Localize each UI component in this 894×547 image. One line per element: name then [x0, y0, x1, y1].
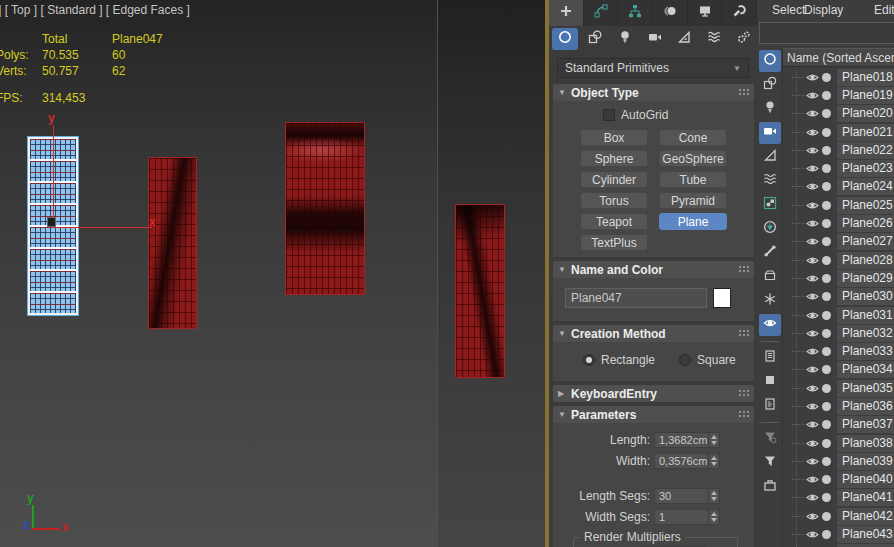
spinner-up-icon[interactable]	[711, 435, 717, 439]
button-sphere[interactable]: Sphere	[580, 150, 648, 167]
toggle-workspace-case[interactable]	[759, 476, 781, 498]
spinner-up-icon[interactable]	[711, 491, 717, 495]
list-item-plane037[interactable]: Plane037	[783, 416, 894, 434]
spinner-arrows[interactable]	[708, 510, 719, 524]
param-width-field[interactable]: 0,3576cm	[654, 453, 720, 469]
list-item-plane039[interactable]: Plane039	[783, 452, 894, 470]
toggle-display-containers[interactable]	[759, 266, 781, 288]
visibility-eye-icon[interactable]	[806, 90, 819, 101]
scene-plane-red-3[interactable]	[455, 204, 505, 378]
visibility-eye-icon[interactable]	[806, 273, 819, 284]
visibility-eye-icon[interactable]	[806, 127, 819, 138]
category-systems[interactable]	[731, 28, 757, 50]
tab-create[interactable]	[549, 0, 584, 26]
visibility-eye-icon[interactable]	[806, 310, 819, 321]
param-width-segs-field[interactable]: 1	[654, 509, 720, 525]
category-cameras[interactable]	[642, 28, 668, 50]
button-plane[interactable]: Plane	[659, 213, 727, 230]
visibility-eye-icon[interactable]	[806, 529, 819, 540]
toggle-display-notes[interactable]	[759, 395, 781, 417]
button-tube[interactable]: Tube	[659, 171, 727, 188]
tab-utilities[interactable]	[722, 0, 757, 26]
list-item-plane041[interactable]: Plane041	[783, 489, 894, 507]
scene-plane-red-1[interactable]	[148, 157, 197, 329]
menu-display[interactable]: Display	[804, 3, 843, 17]
spinner-down-icon[interactable]	[711, 518, 717, 522]
visibility-eye-icon[interactable]	[806, 456, 819, 467]
visibility-eye-icon[interactable]	[806, 291, 819, 302]
list-item-plane036[interactable]: Plane036	[783, 397, 894, 415]
visibility-eye-icon[interactable]	[806, 328, 819, 339]
visibility-eye-icon[interactable]	[806, 364, 819, 375]
list-item-plane027[interactable]: Plane027	[783, 233, 894, 251]
rollout-creation-method-header[interactable]: ▼ Creation Method	[553, 325, 754, 342]
explorer-search-input[interactable]	[759, 22, 894, 44]
toggle-display-xrefs[interactable]	[759, 218, 781, 240]
rollout-grip-icon[interactable]	[738, 389, 749, 398]
rollout-grip-icon[interactable]	[738, 265, 749, 274]
list-item-plane031[interactable]: Plane031	[783, 306, 894, 324]
rollout-grip-icon[interactable]	[738, 329, 749, 338]
list-item-plane034[interactable]: Plane034	[783, 361, 894, 379]
spinner-arrows[interactable]	[708, 489, 719, 503]
explorer-name-column-header[interactable]: Name (Sorted Ascending)	[783, 48, 894, 67]
list-item-plane043[interactable]: Plane043	[783, 525, 894, 543]
visibility-eye-icon[interactable]	[806, 438, 819, 449]
gizmo-x-axis[interactable]	[53, 227, 152, 228]
menu-select[interactable]: Select	[772, 3, 805, 17]
rollout-grip-icon[interactable]	[738, 88, 749, 97]
gizmo-pivot-handle[interactable]	[47, 217, 56, 227]
visibility-eye-icon[interactable]	[806, 163, 819, 174]
list-item-plane019[interactable]: Plane019	[783, 86, 894, 104]
visibility-eye-icon[interactable]	[806, 200, 819, 211]
list-item-plane038[interactable]: Plane038	[783, 434, 894, 452]
spinner-down-icon[interactable]	[711, 462, 717, 466]
visibility-eye-icon[interactable]	[806, 181, 819, 192]
rollout-name-color-header[interactable]: ▼ Name and Color	[553, 261, 754, 278]
list-item-plane018[interactable]: Plane018	[783, 68, 894, 86]
toggle-display-bones[interactable]	[759, 242, 781, 264]
tab-hierarchy[interactable]	[618, 0, 653, 26]
button-pyramid[interactable]: Pyramid	[659, 192, 727, 209]
viewport-label[interactable]: -] [ Top ] [ Standard ] [ Edged Faces ]	[0, 3, 190, 17]
list-item-plane021[interactable]: Plane021	[783, 123, 894, 141]
visibility-eye-icon[interactable]	[806, 419, 819, 430]
visibility-eye-icon[interactable]	[806, 492, 819, 503]
list-item-plane025[interactable]: Plane025	[783, 196, 894, 214]
viewport-top[interactable]: -] [ Top ] [ Standard ] [ Edged Faces ] …	[0, 0, 545, 547]
subcategory-dropdown[interactable]: Standard Primitives ▼	[557, 58, 749, 78]
tab-motion[interactable]	[653, 0, 688, 26]
radio-rectangle[interactable]	[583, 354, 595, 366]
visibility-eye-icon[interactable]	[806, 383, 819, 394]
category-helpers[interactable]	[671, 28, 697, 50]
spinner-down-icon[interactable]	[711, 497, 717, 501]
visibility-eye-icon[interactable]	[806, 72, 819, 83]
radio-square[interactable]	[679, 354, 691, 366]
list-item-plane042[interactable]: Plane042	[783, 507, 894, 525]
list-item-plane023[interactable]: Plane023	[783, 159, 894, 177]
object-name-input[interactable]	[565, 288, 707, 308]
list-item-plane020[interactable]: Plane020	[783, 105, 894, 123]
tab-display[interactable]	[688, 0, 723, 26]
toggle-display-materials[interactable]	[759, 347, 781, 369]
category-geometry[interactable]	[552, 28, 578, 50]
toggle-filter[interactable]	[759, 452, 781, 474]
autogrid-checkbox[interactable]	[603, 109, 615, 121]
list-item-plane040[interactable]: Plane040	[783, 471, 894, 489]
menu-edit[interactable]: Edit	[874, 3, 894, 17]
toggle-display-cameras[interactable]	[759, 122, 781, 144]
list-item-plane024[interactable]: Plane024	[783, 178, 894, 196]
button-cone[interactable]: Cone	[659, 129, 727, 146]
toggle-display-helpers[interactable]	[759, 146, 781, 168]
visibility-eye-icon[interactable]	[806, 255, 819, 266]
list-item-plane029[interactable]: Plane029	[783, 269, 894, 287]
toggle-display-geometry[interactable]	[759, 50, 781, 72]
param-length-field[interactable]: 1,3682cm	[654, 432, 720, 448]
spinner-arrows[interactable]	[708, 433, 719, 447]
toggle-filter-settings[interactable]	[759, 428, 781, 450]
rollout-object-type-header[interactable]: ▼ Object Type	[553, 84, 754, 101]
toggle-display-groups[interactable]	[759, 194, 781, 216]
visibility-eye-icon[interactable]	[806, 346, 819, 357]
toggle-display-object-properties[interactable]	[759, 371, 781, 393]
visibility-eye-icon[interactable]	[806, 108, 819, 119]
